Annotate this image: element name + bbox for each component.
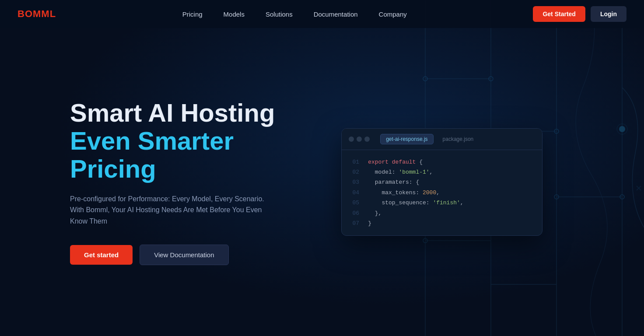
window-controls [349,136,370,142]
code-line-2: 02 model: 'bomml-1', [350,167,533,177]
line-num-3: 03 [350,177,359,187]
code-content-1: export default { [368,157,423,167]
line-num-4: 04 [350,188,359,198]
line-num-7: 07 [350,218,359,228]
nav-link-company[interactable]: Company [379,10,407,18]
nav-link-documentation[interactable]: Documentation [314,10,358,18]
code-content-5: stop_sequence: 'finish', [368,198,463,208]
code-file-tabs: get-ai-response.js package.json [380,134,479,144]
brand-logo[interactable]: BOMML [18,8,56,20]
navbar: BOMML Pricing Models Solutions Documenta… [0,0,644,28]
line-num-5: 05 [350,198,359,208]
line-num-6: 06 [350,208,359,218]
code-line-4: 04 max_tokens: 2000, [350,188,533,198]
window-dot-2 [357,136,362,142]
code-body: 01 export default { 02 model: 'bomml-1',… [342,150,542,236]
get-started-nav-button[interactable]: Get Started [533,6,585,22]
hero-cta-group: Get started View Documentation [70,245,275,265]
code-content-4: max_tokens: 2000, [368,188,440,198]
nav-link-solutions[interactable]: Solutions [266,10,293,18]
hero-title-line3: Pricing [70,154,156,183]
code-content-6: }, [368,208,382,218]
line-num-2: 02 [350,167,359,177]
nav-link-models[interactable]: Models [224,10,245,18]
hero-section: Smart AI Hosting Even Smarter Pricing Pr… [70,99,275,265]
code-line-1: 01 export default { [350,157,533,167]
get-started-hero-button[interactable]: Get started [70,245,133,265]
code-tab-inactive[interactable]: package.json [437,134,480,144]
nav-links: Pricing Models Solutions Documentation C… [182,10,407,18]
login-button[interactable]: Login [591,6,626,22]
code-content-2: model: 'bomml-1', [368,167,433,177]
line-num-1: 01 [350,157,359,167]
code-content-3: paramaters: { [368,177,419,187]
view-documentation-button[interactable]: View Documentation [140,245,228,265]
code-line-6: 06 }, [350,208,533,218]
code-line-5: 05 stop_sequence: 'finish', [350,198,533,208]
code-tab-active[interactable]: get-ai-response.js [380,134,433,144]
nav-link-pricing[interactable]: Pricing [182,10,203,18]
hero-title-line1: Smart AI Hosting [70,98,275,127]
hero-title-line2: Even Smarter [70,126,234,155]
main-content: Smart AI Hosting Even Smarter Pricing Pr… [0,28,644,336]
code-window-section: get-ai-response.js package.json 01 expor… [275,128,574,236]
code-content-7: } [368,218,371,228]
window-dot-1 [349,136,354,142]
code-window-titlebar: get-ai-response.js package.json [342,129,542,150]
hero-subtitle: Pre-configured for Performance: Every Mo… [70,193,271,227]
code-window: get-ai-response.js package.json 01 expor… [341,128,542,236]
nav-actions: Get Started Login [533,6,626,22]
window-dot-3 [364,136,370,142]
hero-title: Smart AI Hosting Even Smarter Pricing [70,99,275,182]
code-line-7: 07 } [350,218,533,228]
code-line-3: 03 paramaters: { [350,177,533,187]
